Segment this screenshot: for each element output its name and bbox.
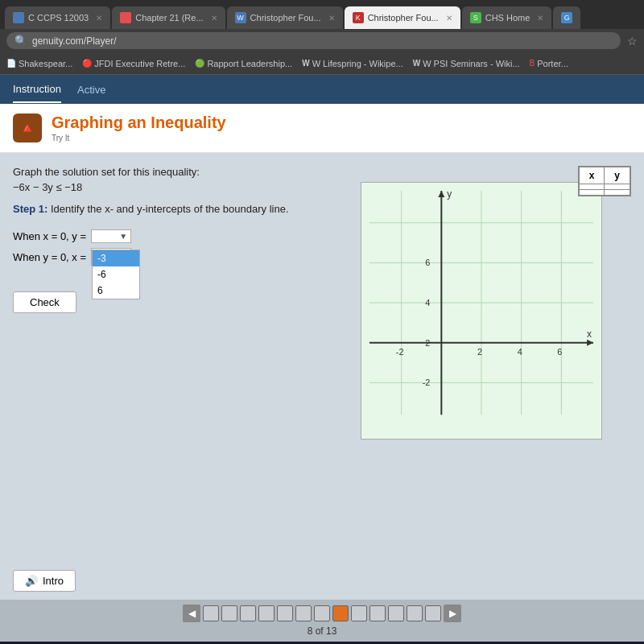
svg-text:6: 6 bbox=[425, 258, 430, 267]
svg-text:2: 2 bbox=[425, 338, 430, 348]
page-dot-3[interactable] bbox=[240, 605, 256, 621]
page-dot-9[interactable] bbox=[351, 605, 367, 621]
svg-text:-2: -2 bbox=[423, 378, 431, 387]
tab-ccps[interactable]: C CCPS 12003 ✕ bbox=[5, 6, 110, 29]
y-value-dropdown[interactable]: ▼ -3 -6 6 bbox=[91, 229, 131, 243]
bookmark-lifespring[interactable]: W W Lifespring - Wikipe... bbox=[302, 59, 403, 68]
y-val-1[interactable] bbox=[605, 184, 630, 190]
svg-text:4: 4 bbox=[425, 298, 430, 308]
dropdown-option-neg6[interactable]: -6 bbox=[93, 266, 139, 283]
y-val-2[interactable] bbox=[605, 190, 630, 196]
dropdown-menu: -3 -6 6 bbox=[92, 250, 140, 299]
dropdown-option-6[interactable]: 6 bbox=[93, 283, 139, 299]
intro-button[interactable]: 🔊 Intro bbox=[13, 570, 76, 592]
svg-marker-13 bbox=[438, 191, 444, 197]
y-header: y bbox=[605, 167, 630, 184]
bookmark-icon: 📄 bbox=[6, 59, 16, 68]
close-tab-chs[interactable]: ✕ bbox=[537, 14, 543, 23]
x-val-2[interactable] bbox=[579, 190, 605, 196]
step-label: Step 1: bbox=[13, 203, 47, 215]
tab-icon-chris2: K bbox=[353, 12, 364, 23]
bookmark-jfdi-icon: 🔴 bbox=[82, 59, 92, 68]
browser-chrome: C CCPS 12003 ✕ Chapter 21 (Re... ✕ W Chr… bbox=[0, 0, 644, 75]
bookmark-psi[interactable]: W W PSI Seminars - Wiki... bbox=[413, 59, 520, 68]
pagination-bar: ◀ ▶ 8 of 13 bbox=[0, 600, 644, 642]
bookmark-porter[interactable]: B Porter... bbox=[530, 59, 568, 68]
page-dot-10[interactable] bbox=[369, 605, 386, 621]
tab-google[interactable]: G bbox=[553, 6, 580, 29]
svg-text:6: 6 bbox=[557, 347, 562, 357]
tab-icon-google: G bbox=[561, 12, 572, 23]
page-dot-5[interactable] bbox=[277, 605, 293, 621]
tab-icon-chapter bbox=[120, 12, 131, 23]
svg-text:2: 2 bbox=[477, 347, 482, 357]
tab-chapter[interactable]: Chapter 21 (Re... ✕ bbox=[112, 6, 225, 29]
lesson-icon: 🔺 bbox=[13, 114, 42, 142]
close-tab-ccps[interactable]: ✕ bbox=[96, 14, 102, 23]
bookmark-shakespear[interactable]: 📄 Shakespear... bbox=[6, 59, 72, 68]
dropdown-option-neg3[interactable]: -3 bbox=[93, 250, 139, 266]
address-bar[interactable]: 🔍 genuity.com/Player/ bbox=[6, 32, 621, 49]
when-x0-label: When x = 0, y = bbox=[13, 230, 86, 242]
page-dot-4[interactable] bbox=[258, 605, 275, 621]
bookmark-psi-icon: W bbox=[413, 59, 420, 68]
tab-icon-ccps bbox=[13, 12, 24, 23]
step-section: Step 1: Identify the x- and y-intercepts… bbox=[13, 203, 319, 215]
lesson-left: Graph the solution set for this inequali… bbox=[13, 166, 319, 549]
page-dot-11[interactable] bbox=[388, 605, 404, 621]
speaker-icon: 🔊 bbox=[25, 575, 38, 587]
close-tab-chris1[interactable]: ✕ bbox=[328, 14, 335, 23]
tab-icon-chris1: W bbox=[235, 12, 246, 23]
close-tab-chris2[interactable]: ✕ bbox=[446, 14, 452, 23]
bookmark-rapport-icon: 🟢 bbox=[195, 59, 204, 68]
svg-text:x: x bbox=[587, 328, 592, 340]
svg-text:y: y bbox=[447, 188, 452, 200]
nav-active[interactable]: Active bbox=[77, 77, 105, 102]
dropdown-arrow-icon: ▼ bbox=[119, 232, 127, 241]
page-dot-6[interactable] bbox=[295, 605, 312, 621]
xy-table: x y bbox=[578, 166, 631, 196]
tab-christopher1[interactable]: W Christopher Fou... ✕ bbox=[227, 6, 343, 29]
x-header: x bbox=[579, 167, 605, 184]
y0-row: When y = 0, x = bbox=[13, 248, 319, 266]
app-nav: Instruction Active bbox=[0, 75, 644, 104]
content-area: Instruction Active 🔺 Graphing an Inequal… bbox=[0, 75, 644, 642]
page-dot-7[interactable] bbox=[314, 605, 330, 621]
bookmark-jfdi[interactable]: 🔴 JFDI Executive Retre... bbox=[82, 59, 185, 68]
tab-bar: C CCPS 12003 ✕ Chapter 21 (Re... ✕ W Chr… bbox=[0, 0, 644, 29]
bookmark-rapport[interactable]: 🟢 Rapport Leadership... bbox=[195, 59, 292, 68]
tab-christopher2[interactable]: K Christopher Fou... ✕ bbox=[345, 6, 460, 29]
page-dot-8[interactable] bbox=[332, 605, 349, 621]
pagination-dots: ◀ ▶ bbox=[183, 605, 461, 622]
close-tab-chapter[interactable]: ✕ bbox=[211, 14, 217, 23]
x-val-1[interactable] bbox=[579, 184, 605, 190]
page-dot-13[interactable] bbox=[425, 605, 441, 621]
intercept-inputs: When x = 0, y = ▼ -3 -6 6 bbox=[13, 225, 319, 266]
next-page-button[interactable]: ▶ bbox=[444, 605, 461, 622]
try-it-label: Try It bbox=[52, 134, 226, 142]
check-btn-area: Check bbox=[13, 291, 319, 313]
page-count: 8 of 13 bbox=[308, 625, 337, 637]
prev-page-button[interactable]: ◀ bbox=[183, 605, 200, 622]
coordinate-graph[interactable]: -2 2 4 6 6 4 2 -2 x y bbox=[361, 182, 602, 440]
bookmark-bar: 📄 Shakespear... 🔴 JFDI Executive Retre..… bbox=[0, 52, 644, 75]
lesson-bottom: 🔊 Intro bbox=[0, 562, 644, 600]
page-dot-12[interactable] bbox=[407, 605, 423, 621]
when-y0-label: When y = 0, x = bbox=[13, 251, 86, 263]
page-dot-2[interactable] bbox=[221, 605, 237, 621]
inequality-text: −6x − 3y ≤ −18 bbox=[13, 181, 319, 193]
lesson-header: 🔺 Graphing an Inequality Try It bbox=[0, 104, 644, 153]
tab-chs[interactable]: S CHS Home ✕ bbox=[462, 6, 552, 29]
tab-icon-chs: S bbox=[470, 12, 481, 23]
bookmark-porter-icon: B bbox=[530, 59, 535, 68]
page-dot-1[interactable] bbox=[203, 605, 219, 621]
bookmark-star-icon[interactable]: ☆ bbox=[627, 35, 638, 47]
bookmark-lifespring-icon: W bbox=[302, 59, 309, 68]
check-button[interactable]: Check bbox=[13, 291, 76, 313]
lesson-body: Graph the solution set for this inequali… bbox=[0, 153, 644, 562]
nav-instruction[interactable]: Instruction bbox=[13, 76, 61, 103]
lesson-title: Graphing an Inequality bbox=[52, 114, 226, 132]
graph-container: x y bbox=[332, 166, 631, 549]
svg-text:4: 4 bbox=[518, 347, 522, 357]
step-text: Identify the x- and y-intercepts of the … bbox=[51, 203, 289, 215]
